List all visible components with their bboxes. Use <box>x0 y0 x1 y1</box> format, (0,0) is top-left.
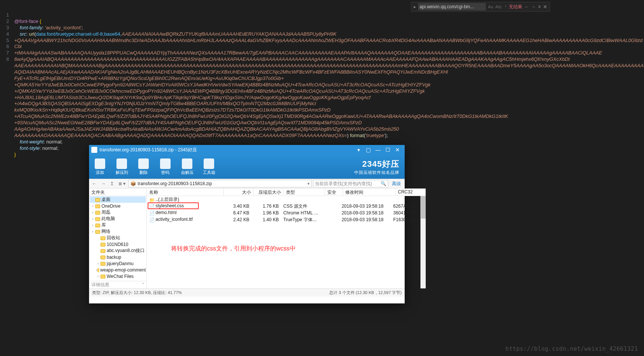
tool-sfx[interactable]: 自解压 <box>176 158 198 175</box>
file-row[interactable]: 📁..(上层目录) <box>147 196 420 203</box>
tool-tools[interactable]: 工具箱 <box>198 158 220 175</box>
tree-item[interactable]: 桌面 <box>90 196 146 203</box>
expand-icon[interactable]: › <box>96 274 100 278</box>
wholeword-toggle-icon[interactable]: Ab| <box>495 5 501 9</box>
dropdown-icon[interactable]: ▾ <box>354 147 363 153</box>
expand-icon[interactable]: › <box>91 217 95 221</box>
expand-icon[interactable]: › <box>91 204 95 208</box>
tree-item[interactable]: ›weapp-emoji-comment <box>90 267 146 273</box>
titlebar[interactable]: transfonter.org-20180903-115818.zip - 23… <box>89 145 405 155</box>
status-bar: 类型: ZIP, 解压后大小: 12.30 KB, 压缩比: 41.77% 总计… <box>89 288 405 297</box>
forward-icon[interactable]: → <box>100 181 107 186</box>
file-row[interactable]: 📄activity_iconfont.ttf2.42 KB1.40 KBTrue… <box>147 216 420 223</box>
extract-icon <box>116 158 127 169</box>
next-match-icon[interactable]: → <box>531 4 536 9</box>
close-window-icon[interactable]: ✕ <box>393 147 402 153</box>
search-input[interactable]: 当前目录查找(支持包内查找) 🔍 <box>313 180 388 187</box>
file-list[interactable]: 将转换完成的css文件，引用到小程序的wcss中 📁..(上层目录)📄style… <box>147 196 426 288</box>
folder-icon <box>100 274 106 279</box>
tree-item[interactable]: ›jqueryDanmu <box>90 260 146 267</box>
column-headers[interactable]: 名称大小压缩后大小类型安全修改时间CRC32 <box>147 189 426 196</box>
expand-icon[interactable]: › <box>91 210 95 214</box>
find-in-selection-icon[interactable]: ≡ <box>538 4 541 9</box>
column-crc[interactable]: CRC32 <box>396 189 426 196</box>
status-right: 总计 3 个文件 (12.30 KB，12,597 字节) <box>329 290 402 296</box>
back-icon[interactable]: ← <box>91 181 98 186</box>
find-widget: ▸ Aa Ab| .* 无结果 ← → ≡ ✕ <box>411 2 550 12</box>
user-icon <box>95 210 100 215</box>
tree-item[interactable]: ›WeChat Files <box>90 273 146 279</box>
tree-item[interactable]: ›网络 <box>90 228 146 235</box>
watermark: https://blog.csdn.net/weixin_42661321 <box>505 345 638 352</box>
pin-icon[interactable]: ▢ <box>363 147 373 153</box>
search-icon[interactable]: 🔍 <box>381 181 386 186</box>
scrollbar-thumb[interactable] <box>421 196 426 219</box>
net-icon <box>95 229 100 234</box>
prev-match-icon[interactable]: ← <box>525 4 529 9</box>
close-icon[interactable]: ✕ <box>543 4 547 10</box>
tool-password[interactable]: 密码 <box>154 158 176 175</box>
svg-rect-10 <box>101 262 105 265</box>
column-csize[interactable]: 压缩后大小 <box>254 189 284 196</box>
column-size[interactable]: 大小 <box>224 189 254 196</box>
folder-icon: 📁 <box>149 198 154 203</box>
find-input[interactable] <box>418 3 486 11</box>
path-input[interactable]: 📦 transfonter.org-20180903-115818.zip ▾ <box>128 180 311 187</box>
sfx-icon <box>182 158 192 169</box>
file-list-pane: 名称大小压缩后大小类型安全修改时间CRC32 将转换完成的css文件，引用到小程… <box>147 189 426 288</box>
maximize-icon[interactable]: ☐ <box>383 147 393 153</box>
pc-icon <box>95 216 100 222</box>
annotation-text: 将转换完成的css文件，引用到小程序的wcss中 <box>171 245 296 253</box>
app-icon <box>91 147 97 153</box>
svg-rect-3 <box>95 217 100 221</box>
svg-rect-4 <box>95 224 100 227</box>
css-icon: 📄 <box>149 204 154 209</box>
scrollbar[interactable] <box>420 196 426 288</box>
svg-rect-7 <box>101 243 105 246</box>
svg-rect-8 <box>101 249 105 253</box>
view-icon[interactable]: ≣ ▾ <box>117 181 127 186</box>
lib-icon <box>95 223 100 228</box>
column-date[interactable]: 修改时间 <box>343 189 396 196</box>
tree-item[interactable]: 回收站 <box>90 235 146 241</box>
collapse-icon[interactable]: ▸ <box>414 4 416 9</box>
tree-item[interactable]: ›库 <box>90 222 146 228</box>
tree-item[interactable]: ›周磊 <box>90 209 146 216</box>
column-safe[interactable]: 安全 <box>325 189 343 196</box>
at-rule: @font-face <box>14 18 38 24</box>
ttf-icon: 📄 <box>149 217 154 223</box>
folder-tree[interactable]: 桌面›OneDrive›周磊›此电脑›库›网络回收站101ND610abc.vy… <box>89 196 147 281</box>
tool-extract[interactable]: 解压到 <box>111 158 133 175</box>
expand-icon[interactable]: › <box>91 223 95 227</box>
chevron-down-icon[interactable]: ˅ <box>142 282 144 288</box>
tree-item[interactable]: ›OneDrive <box>90 203 146 209</box>
svg-rect-0 <box>95 198 100 202</box>
tree-footer[interactable]: 详细信息˅ <box>89 281 147 288</box>
trash-icon <box>100 235 106 241</box>
minimize-icon[interactable]: — <box>373 147 383 153</box>
tree-item[interactable]: backup <box>90 254 146 260</box>
folder-icon <box>100 255 106 260</box>
column-type[interactable]: 类型 <box>284 189 325 196</box>
regex-toggle-icon[interactable]: .* <box>504 5 506 9</box>
add-icon <box>95 158 105 169</box>
dropdown-icon[interactable]: ▾ <box>307 181 310 186</box>
tree-item[interactable]: 101ND610 <box>90 241 146 247</box>
expand-icon[interactable]: › <box>96 261 100 265</box>
base64-data: AAEAAAANAIAAAwBQRkZUTYUKqf8AAAmUAAAAHEdE… <box>14 31 644 138</box>
path-bar: ← → ↥ ≣ ▾ 📦 transfonter.org-20180903-115… <box>89 179 405 189</box>
svg-rect-2 <box>95 211 100 214</box>
expand-icon[interactable]: › <box>91 229 95 234</box>
svg-rect-11 <box>98 269 99 272</box>
case-toggle-icon[interactable]: Aa <box>488 5 493 9</box>
folder-icon <box>100 261 106 266</box>
column-name[interactable]: 名称 <box>147 189 224 196</box>
file-row[interactable]: 📄demo.html6.47 KB1.96 KBChrome HTML D...… <box>147 210 420 216</box>
tree-item[interactable]: abc.vyuan8.cn接口 <box>90 247 146 254</box>
tool-add[interactable]: 添加 <box>89 158 111 175</box>
file-row[interactable]: 📄stylesheet.css3.40 KB1.76 KBCSS 源文件2018… <box>147 203 420 210</box>
tree-item[interactable]: ›此电脑 <box>90 216 146 222</box>
up-icon[interactable]: ↥ <box>109 181 115 186</box>
tool-delete[interactable]: 删除 <box>133 158 154 175</box>
advanced-link[interactable]: 高级 <box>390 181 403 187</box>
